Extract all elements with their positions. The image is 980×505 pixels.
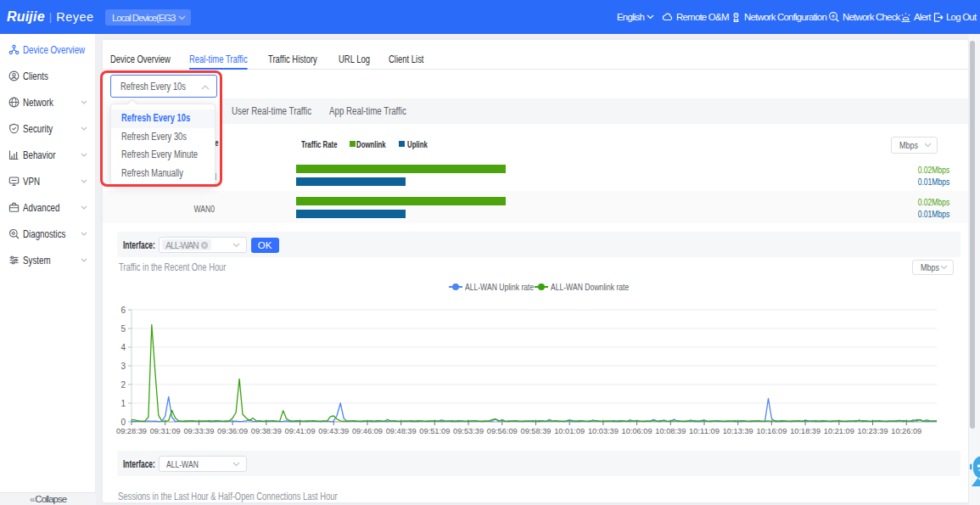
tab-url-log[interactable]: URL Log <box>339 40 370 70</box>
downlink-value-text: 0.02Mbps <box>917 197 949 207</box>
logout-button[interactable]: Log Out <box>932 0 976 34</box>
remote-om-button[interactable]: Remote O&M <box>662 0 729 34</box>
uplink-value-text: 0.01Mbps <box>917 177 949 187</box>
sidebar-item-clients[interactable]: Clients <box>0 63 95 89</box>
chevron-down-icon <box>81 153 87 157</box>
sidebar-item-label: Device Overview <box>23 44 85 56</box>
sessions-section-title: Sessions in the Last Hour & Half-Open Co… <box>118 491 338 502</box>
sidebar-item-system[interactable]: System <box>0 247 95 273</box>
uplink-line-marker-icon[interactable] <box>449 283 462 290</box>
interface-filter-select[interactable]: ALL-WAN <box>159 237 247 253</box>
chart-unit-value: Mbps <box>921 262 939 272</box>
chevron-down-icon <box>81 205 87 210</box>
network-configuration-button[interactable]: Network Configuration <box>731 0 826 34</box>
briefcase-icon <box>8 202 20 213</box>
interface-filter-value-text: ALL-WAN <box>166 459 199 469</box>
brand-reyee: Reyee <box>56 10 93 24</box>
scrollbar-track[interactable] <box>969 34 980 505</box>
x-tick-label: 09:28:39 <box>116 427 147 435</box>
x-tick-label: 10:26:09 <box>891 427 921 435</box>
y-tick-label: 3 <box>120 362 126 371</box>
remote-om-label: Remote O&M <box>676 12 729 22</box>
refresh-interval-dropdown: Refresh Every 10s Refresh Every 30s Refr… <box>110 104 216 186</box>
dropdown-option-refresh-10s[interactable]: Refresh Every 10s <box>111 109 215 128</box>
chart-icon <box>8 149 20 160</box>
tab-real-time-traffic[interactable]: Real-time Traffic <box>189 40 248 70</box>
downlink-legend-label: Downlink <box>356 140 394 149</box>
x-tick-label: 09:46:09 <box>352 427 383 435</box>
table-unit-select[interactable]: Mbps <box>891 137 938 154</box>
chevron-down-icon <box>178 15 186 20</box>
downlink-legend-swatch <box>350 141 356 147</box>
uplink-legend-swatch <box>399 141 405 147</box>
chevron-down-icon <box>81 100 87 104</box>
dropdown-option-label: Refresh Every Minute <box>121 146 198 165</box>
collapse-label: Collapse <box>35 493 66 505</box>
sidebar-item-diagnostics[interactable]: Diagnostics <box>0 221 95 247</box>
globe-icon <box>8 97 20 108</box>
legend-uplink-label[interactable]: ALL-WAN Uplink rate <box>465 282 534 292</box>
uplink-series-line <box>132 396 937 421</box>
subtab-label: User Real-time Traffic <box>232 98 311 124</box>
network-check-button[interactable]: Network Check <box>828 0 900 34</box>
dropdown-option-refresh-minute[interactable]: Refresh Every Minute <box>111 146 215 165</box>
sidebar-item-label: System <box>23 255 51 267</box>
logout-label: Log Out <box>946 12 976 22</box>
sidebar-item-vpn[interactable]: VPN <box>0 168 95 194</box>
network-config-icon <box>731 12 742 23</box>
language-selector[interactable]: English <box>617 0 654 34</box>
sidebar-item-label: Behavior <box>23 149 55 161</box>
sliders-icon <box>8 255 20 266</box>
tab-traffic-history[interactable]: Traffic History <box>268 40 317 70</box>
subtab-user-real-time-traffic[interactable]: User Real-time Traffic <box>232 98 334 124</box>
chevron-down-icon <box>232 462 240 467</box>
refresh-interval-select[interactable]: Refresh Every 10s <box>110 75 217 98</box>
support-assistant-icon[interactable] <box>970 454 980 488</box>
chevron-down-icon <box>940 265 948 270</box>
sidebar-item-security[interactable]: Security <box>0 115 95 142</box>
dropdown-option-label: Refresh Every 30s <box>121 128 187 147</box>
sidebar-item-label: VPN <box>23 176 40 188</box>
sidebar-item-device-overview[interactable]: Device Overview <box>0 36 95 63</box>
ok-button[interactable]: OK <box>251 238 279 253</box>
sidebar-item-behavior[interactable]: Behavior <box>0 142 95 168</box>
legend-downlink-label[interactable]: ALL-WAN Downlink rate <box>551 282 629 292</box>
chart-section-title: Traffic in the Recent One Hour <box>119 261 226 273</box>
interface-filter-select-2[interactable]: ALL-WAN <box>159 456 247 472</box>
x-tick-label: 09:36:09 <box>217 427 248 435</box>
uplink-legend-label: Uplink <box>407 140 434 149</box>
interface-filter-label: Interface: <box>123 458 155 470</box>
clients-icon <box>8 70 20 81</box>
page-tabs: Device Overview Real-time Traffic Traffi… <box>103 40 968 70</box>
tab-device-overview[interactable]: Device Overview <box>110 40 171 70</box>
x-tick-label: 10:13:39 <box>723 427 753 435</box>
downlink-line-marker-icon[interactable] <box>535 283 548 290</box>
x-tick-label: 10:08:39 <box>655 427 686 435</box>
dropdown-option-label: Refresh Manually <box>121 165 183 183</box>
main-panel: Device Overview Real-time Traffic Traffi… <box>103 40 968 502</box>
subtab-app-real-time-traffic[interactable]: App Real-time Traffic <box>329 98 428 124</box>
chevron-down-icon <box>924 143 932 148</box>
x-tick-label: 09:33:39 <box>183 427 214 435</box>
shield-icon <box>8 123 20 134</box>
sidebar-item-advanced[interactable]: Advanced <box>0 194 95 221</box>
dropdown-option-label: Refresh Every 10s <box>121 109 190 128</box>
tab-client-list[interactable]: Client List <box>389 40 423 70</box>
sidebar-item-label: Security <box>23 123 53 135</box>
dropdown-option-refresh-30s[interactable]: Refresh Every 30s <box>111 128 215 147</box>
scrollbar-thumb[interactable] <box>970 41 975 429</box>
alert-button[interactable]: Alert <box>900 0 931 34</box>
x-tick-label: 09:43:39 <box>318 427 349 435</box>
table-row-wan: WAN 0.02Mbps 0.01Mbps <box>103 159 968 191</box>
chart-unit-select[interactable]: Mbps <box>912 260 954 275</box>
remove-circle-icon[interactable] <box>200 241 209 250</box>
downlink-bar <box>296 197 506 205</box>
sidebar-item-network[interactable]: Network <box>0 89 95 115</box>
local-device-dropdown[interactable]: Local Device(EG3 <box>105 9 191 25</box>
x-tick-label: 09:31:09 <box>150 427 181 435</box>
x-tick-label: 10:01:09 <box>554 427 585 435</box>
y-tick-label: 6 <box>120 306 126 315</box>
dropdown-option-refresh-manually[interactable]: Refresh Manually <box>111 165 215 183</box>
topology-icon <box>8 44 20 55</box>
sidebar-collapse-button[interactable]: «Collapse <box>0 492 96 505</box>
